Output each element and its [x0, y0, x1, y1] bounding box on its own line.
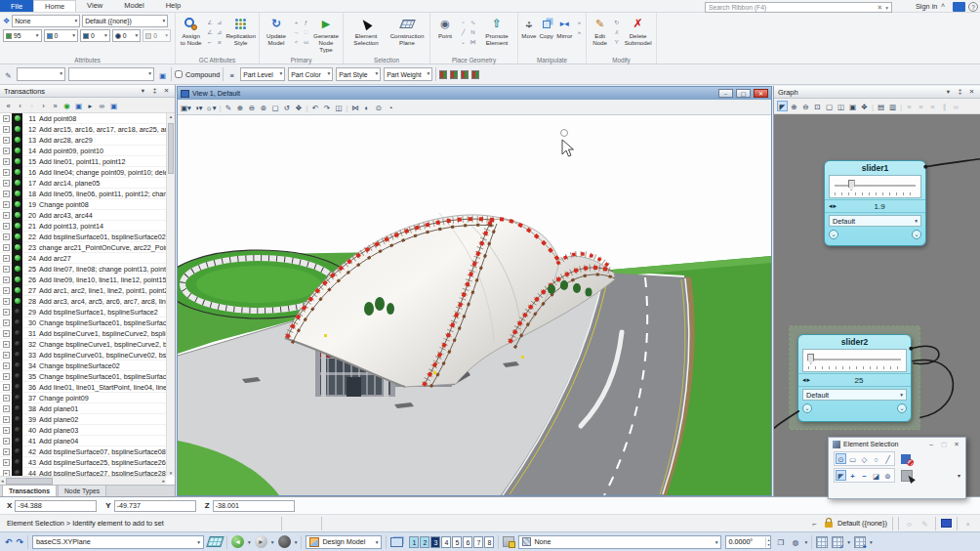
view-next-icon[interactable]: ↷ [322, 102, 333, 112]
node-icon[interactable]: ʎ [612, 27, 621, 36]
expand-icon[interactable]: + [3, 330, 10, 337]
transaction-row[interactable]: + 42 Add bsplineSurface07, bsplineSurfac… [0, 446, 166, 457]
divider[interactable]: | [871, 101, 875, 111]
transaction-row[interactable]: + 29 Add bsplineSurface1, bsplineSurface… [0, 307, 166, 318]
copy-view-icon[interactable]: ◫ [334, 102, 345, 112]
chevron-icon[interactable]: ⌄ [459, 37, 468, 46]
expand-icon[interactable]: + [3, 416, 10, 423]
pin-icon[interactable]: ‡ [956, 87, 964, 97]
expand-icon[interactable]: + [3, 395, 10, 402]
graph-window-icon[interactable]: ▣ [108, 100, 119, 110]
close-icon[interactable]: ✕ [967, 87, 976, 97]
expand-icon[interactable]: + [3, 223, 10, 230]
transaction-row[interactable]: + 41 Add plane04 [0, 436, 166, 446]
divider[interactable]: | [346, 102, 349, 112]
graph-node-slider2[interactable]: slider2 ◂▸ 25 Default ▾ ⌄ ⌄ [797, 334, 912, 422]
line-icon[interactable]: ╱ [459, 27, 468, 36]
omega-icon[interactable]: ω [302, 37, 310, 46]
n-icon[interactable]: N [469, 27, 477, 36]
move-button[interactable]: ↔↕ Move [521, 15, 537, 40]
layout-horizontal-icon[interactable]: ▤ [876, 101, 886, 111]
active-class-dropdown[interactable]: 0▾ [143, 29, 171, 42]
acs-plane-icon[interactable] [206, 536, 225, 547]
update-window-icon[interactable]: ▣ [73, 100, 84, 110]
collapse-right-icon[interactable]: ⌄ [912, 230, 921, 239]
transaction-row[interactable]: + 37 Change point09 [0, 393, 166, 403]
expand-icon[interactable]: + [3, 126, 10, 133]
active-settings-label[interactable]: Default ({none}) [837, 519, 887, 528]
view-canvas[interactable] [178, 115, 771, 495]
expand-icon[interactable]: + [3, 352, 10, 359]
chevron-down-icon[interactable]: ▾ [248, 539, 251, 545]
select-all-icon[interactable]: ⊚ [882, 470, 893, 481]
mirror-button[interactable]: ▸◂ Mirror [556, 15, 573, 40]
design-history-icon[interactable] [941, 519, 952, 528]
perspective-icon[interactable]: ⊙ [374, 102, 385, 112]
slider-step-buttons[interactable]: ◂▸ [802, 376, 811, 384]
pan-icon[interactable]: ✥ [859, 101, 870, 111]
generate-node-type-button[interactable]: ▶ Generate Node Type [312, 15, 340, 54]
clear-selection-icon[interactable] [901, 470, 913, 482]
slider-track[interactable] [802, 349, 907, 372]
expand-icon[interactable]: + [3, 459, 10, 466]
view-brightness-icon[interactable]: ☼▾ [205, 102, 218, 112]
fit-view-icon[interactable]: ▢ [270, 102, 281, 112]
compound-checkbox[interactable] [175, 70, 183, 78]
survey-tool-b-icon[interactable] [450, 70, 458, 79]
pin-icon[interactable]: ‡ [150, 86, 159, 96]
maximize-button[interactable]: ▢ [939, 441, 949, 448]
view-toggle[interactable]: 8 [484, 536, 494, 548]
replication-style-button[interactable]: Replication Style [225, 15, 256, 47]
transaction-row[interactable]: + 18 Add line05, line06, point11, point1… [0, 189, 166, 199]
transaction-row[interactable]: + 12 Add arc15, arc16, arc17, arc18, arc… [0, 124, 166, 135]
join-icon[interactable]: ⋈ [469, 37, 477, 46]
active-level-dropdown[interactable]: 95▾ [3, 29, 42, 42]
tab-view[interactable]: View [76, 0, 113, 12]
transaction-row[interactable]: + 38 Add plane01 [0, 403, 166, 414]
view-toggle[interactable]: 2 [420, 536, 429, 548]
layers-icon[interactable]: ▣ [157, 69, 168, 80]
transaction-row[interactable]: + 30 Change bsplineSurface01, bsplineSur… [0, 318, 166, 328]
transaction-row[interactable]: + 11 Add point08 [0, 113, 166, 124]
tab-file[interactable]: File [0, 0, 33, 12]
select-none-icon[interactable] [901, 453, 913, 465]
node-option-dropdown[interactable]: Default ▾ [802, 389, 907, 401]
less-icon[interactable]: < [292, 37, 301, 46]
transaction-row[interactable]: + 31 Add bsplineCurve1, bsplineCurve2, b… [0, 328, 166, 339]
expand-icon[interactable]: + [3, 266, 10, 273]
collapse-left-icon[interactable]: ⌄ [829, 230, 838, 239]
expand-icon[interactable]: + [3, 448, 10, 455]
view-toggle[interactable]: 6 [463, 536, 472, 548]
active-template-dropdown[interactable]: ▾ [68, 67, 154, 81]
element-selection-dialog[interactable]: Element Selection – ▢ ✕ ⊙▭◇○╱ ◤+−◪⊚ ▾ [828, 437, 966, 499]
chevron-down-icon[interactable]: ▾ [271, 539, 274, 545]
transaction-row[interactable]: + 34 Change bsplineSurface02 [0, 360, 166, 371]
transaction-row[interactable]: + 25 Add line07, line08; change point13,… [0, 264, 166, 275]
expand-icon[interactable]: + [3, 362, 10, 369]
select-block-icon[interactable]: ▭ [847, 453, 858, 464]
view-attributes-icon[interactable]: ◑▾ [193, 102, 204, 112]
view-previous-icon[interactable]: ↶ [310, 102, 321, 112]
sign-in-link[interactable]: Sign in [916, 2, 937, 11]
active-color-dropdown[interactable]: 0▾ [44, 29, 79, 42]
tab-transactions[interactable]: Transactions [2, 485, 57, 496]
transaction-row[interactable]: + 19 Change point08 [0, 199, 166, 210]
undo-icon[interactable]: ↶ [5, 535, 13, 549]
survey-tool-c-icon[interactable] [461, 70, 469, 79]
help-icon[interactable]: ? [968, 2, 978, 12]
transaction-row[interactable]: + 27 Add arc1, arc2, line1, line2, point… [0, 285, 166, 296]
clear-overrides-icon[interactable]: ✎ [224, 102, 234, 112]
maximize-button[interactable]: ▢ [736, 89, 751, 98]
annotation-scale-icon[interactable]: ✎ [919, 518, 930, 529]
ribbon-search-input[interactable]: Search Ribbon (F4) ✕ ▾ [705, 2, 892, 13]
expand-icon[interactable]: + [3, 276, 10, 283]
active-style-dropdown[interactable]: Default ({none})▾ [82, 15, 168, 27]
window-icon[interactable]: ▣ [847, 101, 858, 111]
redo-icon[interactable]: ↷ [17, 535, 24, 549]
zoom-in-icon[interactable]: ⊕ [235, 102, 246, 112]
function-icon[interactable]: ƒ [302, 18, 310, 26]
view-toggle[interactable]: 7 [473, 536, 483, 548]
align-top-icon[interactable]: ≡ [904, 101, 915, 111]
chevron-down-icon[interactable]: ▾ [885, 5, 888, 11]
rotate-view-icon[interactable]: ↺ [282, 102, 293, 112]
